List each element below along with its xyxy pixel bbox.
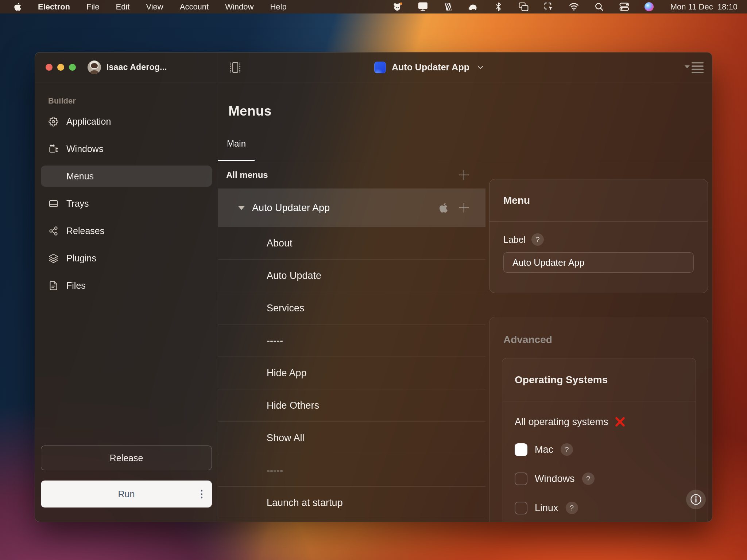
chevron-down-icon [477,66,483,69]
menu-card: Menu Label ? Auto Updater App [489,179,708,293]
screen-mirroring-icon[interactable] [519,2,529,11]
linux-checkbox[interactable] [515,502,527,514]
menu-item-row[interactable]: Hide App [218,357,485,389]
windows-help-icon[interactable]: ? [582,472,595,485]
menu-item-row[interactable]: About [218,227,485,260]
titlebar-main-area: Auto Updater App [218,52,712,82]
sidebar-item-label: Windows [66,144,103,154]
mac-help-icon[interactable]: ? [561,443,573,456]
window-titlebar: Isaac Aderog... Auto Updater App [35,52,712,82]
os-option-linux: Linux ? [515,501,683,515]
app-selector-dropdown[interactable]: Auto Updater App [374,52,483,82]
all-menus-label: All menus [226,170,268,180]
mac-checkbox[interactable] [515,443,527,456]
hamburger-menu-icon [48,171,58,181]
menubar-app-name[interactable]: Electron [38,2,70,12]
sidebar-item-menus[interactable]: Menus [41,166,212,187]
add-menu-item-button[interactable] [458,202,469,213]
disclosure-triangle-icon[interactable] [238,206,245,210]
all-operating-systems-label: All operating systems [515,416,608,428]
advanced-section: Advanced Operating Systems All operating… [489,317,708,522]
run-button[interactable]: Run [41,481,212,508]
linux-help-icon[interactable]: ? [566,502,578,514]
zoom-window-button[interactable] [69,64,76,71]
file-icon [48,280,58,291]
menu-card-title: Menu [503,195,530,206]
mac-label: Mac [535,444,553,455]
user-name[interactable]: Isaac Aderog... [107,62,167,72]
menu-bar: Electron File Edit View Account Window H… [0,0,747,13]
tray-icon [48,198,58,209]
assistant-app-icon[interactable] [393,2,403,11]
display-icon[interactable] [418,2,428,11]
app-window: Isaac Aderog... Auto Updater App [35,52,712,522]
close-window-button[interactable] [46,64,53,71]
sidebar-item-files[interactable]: Files [41,275,212,296]
sidebar-item-label: Plugins [66,253,96,264]
os-option-mac: Mac ? [515,442,683,457]
layers-icon [48,253,58,263]
info-button[interactable] [686,490,706,509]
apple-menu-icon[interactable] [14,2,22,11]
menu-item-row-separator[interactable]: ----- [218,324,485,357]
siri-icon[interactable] [645,2,654,11]
user-avatar[interactable] [88,61,101,74]
menu-item-row[interactable]: Services [218,292,485,324]
menu-root-label: Auto Updater App [252,202,330,214]
outline-view-button[interactable] [684,60,704,75]
menu-tree-panel: All menus Auto Updater App [218,161,485,522]
menubar-item-file[interactable]: File [86,2,99,12]
sidebar-item-label: Application [66,116,111,127]
release-button[interactable]: Release [41,446,212,470]
app-selector-label: Auto Updater App [392,62,469,73]
operating-systems-card: Operating Systems All operating systems [502,358,696,522]
windows-checkbox[interactable] [515,472,527,485]
app-logo-icon [374,62,386,73]
toggle-sidebar-button[interactable] [227,59,244,76]
linux-label: Linux [535,502,558,514]
mammoth-icon[interactable] [468,2,478,11]
menu-item-row[interactable]: Show All [218,422,485,454]
titlebar-account-area: Isaac Aderog... [35,52,218,82]
run-options-kebab-icon[interactable] [201,490,203,498]
add-menu-button[interactable] [458,170,469,180]
advanced-section-label: Advanced [503,334,708,346]
window-switcher-icon[interactable] [544,2,554,11]
gear-icon [48,116,58,127]
windows-label: Windows [535,473,575,485]
menu-item-row[interactable]: Launch at startup [218,487,485,519]
inspector-panel: Menu Label ? Auto Updater App [485,161,712,522]
menubar-item-help[interactable]: Help [270,2,286,12]
os-option-windows: Windows ? [515,471,683,486]
sidebar-item-windows[interactable]: Windows [41,138,212,159]
sidebar-item-application[interactable]: Application [41,111,212,132]
wifi-icon[interactable] [569,2,579,11]
menu-item-row[interactable]: Hide Others [218,389,485,422]
main-content: Menus Main All menus Auto Updater App [218,82,712,522]
minimize-window-button[interactable] [57,64,64,71]
label-help-icon[interactable]: ? [531,233,544,246]
sidebar-item-trays[interactable]: Trays [41,193,212,214]
menu-item-row-separator[interactable]: ----- [218,454,485,487]
remove-x-icon[interactable] [614,416,626,428]
sidebar-item-plugins[interactable]: Plugins [41,248,212,269]
menubar-item-edit[interactable]: Edit [116,2,129,12]
label-input[interactable]: Auto Updater App [503,252,694,273]
builder-sidebar: Builder Application [35,82,218,522]
menubar-item-account[interactable]: Account [180,2,209,12]
menu-item-row[interactable]: Auto Update [218,260,485,292]
menu-root-row[interactable]: Auto Updater App [218,188,485,227]
spotlight-icon[interactable] [594,2,604,11]
sidebar-section-label: Builder [48,96,218,106]
stage-manager-icon[interactable] [443,2,453,11]
window-resize-icon [48,144,58,154]
content-header: Menus Main [218,82,712,161]
bluetooth-icon[interactable] [494,2,503,11]
sidebar-item-label: Trays [66,198,89,209]
sidebar-item-releases[interactable]: Releases [41,220,212,241]
menubar-clock[interactable]: Mon 11 Dec 18:10 [670,2,738,12]
tab-main[interactable]: Main [218,127,255,161]
menubar-item-view[interactable]: View [146,2,163,12]
control-center-icon[interactable] [619,2,629,11]
menubar-item-window[interactable]: Window [225,2,253,12]
